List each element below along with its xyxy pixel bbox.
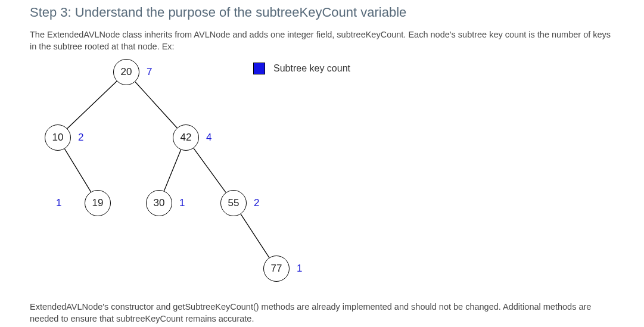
subtree-count: 1 — [56, 197, 61, 209]
outro-paragraph: ExtendedAVLNode's constructor and getSub… — [30, 301, 614, 325]
subtree-count: 7 — [147, 66, 152, 78]
tree-edge — [67, 81, 117, 129]
step-title: Step 3: Understand the purpose of the su… — [30, 5, 614, 20]
tree-edges — [30, 59, 566, 297]
subtree-count: 2 — [78, 132, 83, 144]
subtree-count: 1 — [297, 263, 302, 275]
tree-edge — [241, 214, 269, 257]
subtree-count: 1 — [179, 197, 185, 209]
intro-paragraph: The ExtendedAVLNode class inherits from … — [30, 29, 614, 53]
tree-node: 10 — [45, 124, 71, 151]
tree-node: 77 — [263, 256, 290, 282]
tree-node: 55 — [220, 190, 247, 216]
tree-edge — [164, 150, 181, 191]
subtree-count: 2 — [254, 197, 259, 209]
tree-edge — [135, 82, 177, 127]
tree-node: 19 — [85, 190, 111, 216]
tree-edge — [64, 148, 91, 191]
tree-node: 20 — [113, 59, 139, 85]
tree-edge — [194, 148, 226, 192]
tree-node: 42 — [173, 124, 199, 151]
tree-diagram: Subtree key count 207102424191301552771 — [30, 59, 566, 297]
subtree-count: 4 — [206, 132, 211, 144]
tree-node: 30 — [146, 190, 172, 216]
